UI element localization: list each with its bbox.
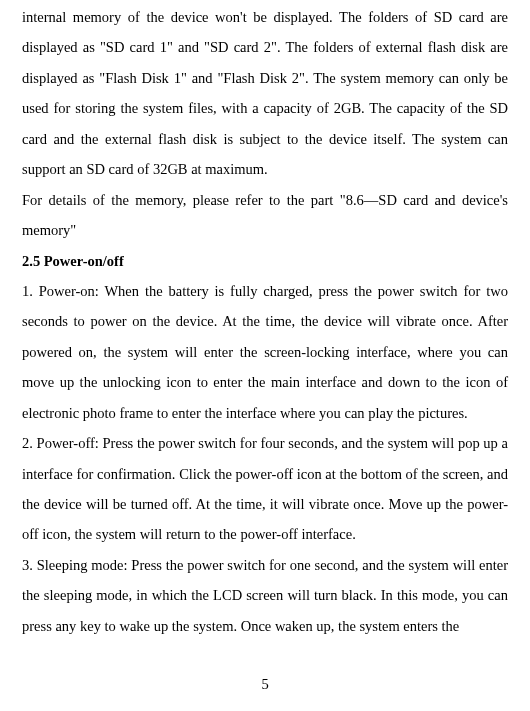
document-content: internal memory of the device won't be d… [22,0,508,641]
paragraph-sleeping-mode: 3. Sleeping mode: Press the power switch… [22,550,508,641]
page-number: 5 [0,676,530,693]
heading-power-onoff: 2.5 Power-on/off [22,246,508,276]
paragraph-memory-details: For details of the memory, please refer … [22,185,508,246]
paragraph-power-on: 1. Power-on: When the battery is fully c… [22,276,508,428]
paragraph-power-off: 2. Power-off: Press the power switch for… [22,428,508,550]
paragraph-memory-folders: internal memory of the device won't be d… [22,2,508,185]
